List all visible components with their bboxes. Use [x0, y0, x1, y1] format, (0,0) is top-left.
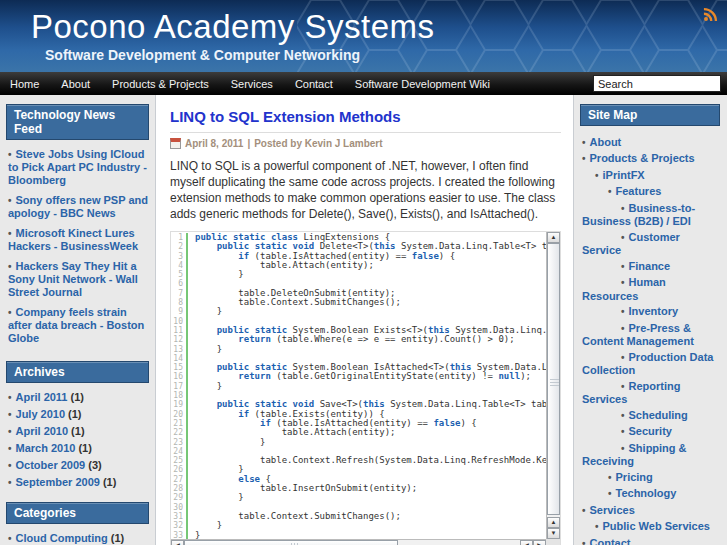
site-map-link[interactable]: Contact [590, 537, 631, 545]
site-map-link[interactable]: Pre-Press & Content Management [582, 322, 694, 348]
site-title[interactable]: Pocono Academy Systems [31, 8, 435, 46]
code-line: 28 table.InsertOnSubmit(entity); [171, 484, 546, 493]
horizontal-scroll-thumb[interactable] [184, 540, 398, 545]
site-map-item: •Features [576, 184, 724, 201]
bullet-icon: • [8, 460, 12, 471]
news-link[interactable]: Company feels strain after data breach -… [8, 306, 144, 344]
site-map-link[interactable]: Technology [616, 487, 677, 499]
scroll-up-button[interactable]: ▲ [547, 232, 560, 243]
vertical-scrollbar[interactable]: ▲ ▲ ▼ [546, 232, 560, 539]
bullet-icon: • [8, 392, 12, 403]
rss-icon[interactable] [703, 7, 718, 22]
indent-spacer [582, 178, 595, 179]
site-map-link[interactable]: Finance [629, 260, 671, 272]
bullet-icon: • [621, 381, 625, 392]
archive-link[interactable]: April 2010 [16, 425, 69, 437]
code-line: 29 } [171, 493, 546, 502]
code-text: } [188, 345, 222, 354]
code-text: table.Context.SubmitChanges(); [188, 298, 401, 307]
code-text: return (table.GetOriginalEntityState(ent… [188, 372, 531, 381]
code-line: 12 return (table.Where(e => e == entity)… [171, 335, 546, 344]
code-snippet-box: 1public static class LinqExtensions { 2 … [170, 231, 561, 545]
code-line: 26 } [171, 465, 546, 474]
line-number: 29 [171, 493, 188, 502]
site-map-link[interactable]: Pricing [616, 471, 653, 483]
archive-count: (1) [68, 408, 81, 420]
archive-count: (1) [71, 391, 84, 403]
site-map-link[interactable]: About [590, 136, 622, 148]
site-map-link[interactable]: Inventory [629, 305, 679, 317]
nav-link[interactable]: Services [231, 78, 273, 90]
news-link[interactable]: Sony offers new PSP and apology - BBC Ne… [8, 194, 148, 219]
code-text [188, 447, 195, 456]
archive-item: •April 2011(1) [8, 389, 150, 406]
categories-list: •Cloud Computing(1) •Consumer Electronic… [0, 530, 155, 545]
category-link[interactable]: Cloud Computing [16, 532, 108, 544]
news-link[interactable]: Hackers Say They Hit a Sony Unit Network… [8, 260, 138, 298]
nav-link[interactable]: Contact [295, 78, 333, 90]
line-number: 6 [171, 279, 188, 288]
search-input[interactable] [594, 78, 727, 90]
site-map-link[interactable]: Scheduling [629, 409, 688, 421]
line-number: 15 [171, 363, 188, 372]
line-number: 2 [171, 242, 188, 251]
scroll-up-button-bottom[interactable]: ▲ [547, 517, 560, 528]
nav-link[interactable]: Products & Projects [112, 78, 209, 90]
bullet-icon: • [595, 170, 599, 181]
code-line: 19 public static void Save<T>(this Syste… [171, 400, 546, 409]
line-number: 27 [171, 475, 188, 484]
scroll-left-button-right[interactable]: ◀ [520, 540, 533, 545]
thumb-grip [550, 379, 559, 387]
archives-list: •April 2011(1) •July 2010(1) •April 2010… [0, 389, 155, 493]
nav-link[interactable]: Home [10, 78, 39, 90]
news-feed-list: •Steve Jobs Using ICloud to Pick Apart P… [0, 146, 155, 352]
code-line: 33} [171, 531, 546, 540]
nav-link[interactable]: About [61, 78, 90, 90]
scroll-left-button[interactable]: ◀ [171, 540, 184, 545]
indent-spacer [582, 434, 621, 435]
site-map-link[interactable]: Public Web Services [603, 520, 710, 532]
line-number: 26 [171, 465, 188, 474]
code-scroll-area: 1public static class LinqExtensions { 2 … [171, 233, 546, 539]
post-title-link[interactable]: LINQ to SQL Extension Methods [170, 108, 401, 125]
site-map-link[interactable]: iPrintFX [603, 169, 645, 181]
code-text [188, 279, 195, 288]
site-map-link[interactable]: Production Data Collection [582, 351, 713, 377]
horizontal-scrollbar[interactable]: ◀ ◀ ▶ [171, 539, 546, 545]
site-map-link[interactable]: Features [616, 185, 662, 197]
line-number: 4 [171, 261, 188, 270]
site-map-link[interactable]: Products & Projects [590, 152, 695, 164]
nav-link[interactable]: Software Development Wiki [355, 78, 490, 90]
archive-link[interactable]: April 2011 [16, 391, 68, 403]
news-link[interactable]: Steve Jobs Using ICloud to Pick Apart PC… [8, 148, 147, 186]
archive-link[interactable]: September 2009 [16, 476, 100, 488]
line-number: 21 [171, 419, 188, 428]
archive-link[interactable]: October 2009 [16, 459, 86, 471]
scroll-down-button[interactable]: ▼ [547, 528, 560, 539]
code-line: 31 table.Context.SubmitChanges(); [171, 512, 546, 521]
site-map-link[interactable]: Business-to-Business (B2B) / EDI [582, 202, 695, 228]
vertical-scroll-thumb[interactable] [547, 243, 560, 515]
code-text: table.Attach(entity); [188, 261, 374, 270]
line-number: 28 [171, 484, 188, 493]
bullet-icon: • [8, 443, 12, 454]
news-link[interactable]: Microsoft Kinect Lures Hackers - Busines… [8, 227, 138, 252]
main-content: LINQ to SQL Extension Methods April 8, 2… [156, 95, 573, 545]
code-line: 30 [171, 503, 546, 512]
calendar-icon [170, 138, 181, 149]
site-map-link[interactable]: Services [590, 504, 635, 516]
code-line: 25 table.Context.Refresh(System.Data.Lin… [171, 456, 546, 465]
site-map-link[interactable]: Security [629, 425, 672, 437]
indent-spacer [582, 194, 608, 195]
code-text: public static void Save<T>(this System.D… [188, 400, 546, 409]
site-map-link[interactable]: Customer Service [582, 231, 680, 257]
bullet-icon: • [621, 203, 625, 214]
archive-link[interactable]: July 2010 [16, 408, 66, 420]
bullet-icon: • [621, 306, 625, 317]
site-map-link[interactable]: Reporting Services [582, 380, 680, 406]
archive-count: (1) [103, 476, 116, 488]
site-map-link[interactable]: Shipping & Receiving [582, 442, 687, 468]
line-number: 23 [171, 438, 188, 447]
scroll-right-button[interactable]: ▶ [533, 540, 546, 545]
archive-link[interactable]: March 2010 [16, 442, 76, 454]
